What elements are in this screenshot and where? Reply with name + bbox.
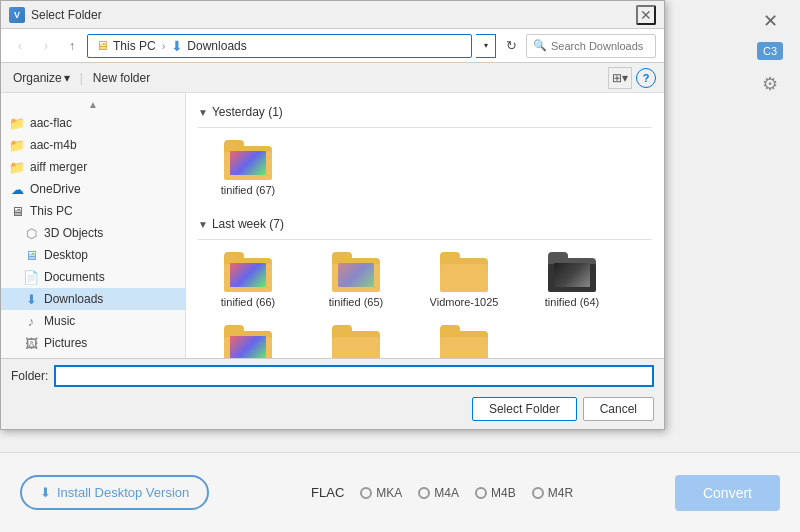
format-mka-label: MKA xyxy=(376,486,402,500)
address-path-box[interactable]: 🖥 This PC › ⬇ Downloads xyxy=(87,34,472,58)
sidebar-item-aac-m4b[interactable]: 📁 aac-m4b xyxy=(1,134,185,156)
file-item-tinified-65[interactable]: tinified (65) xyxy=(306,248,406,313)
sidebar-label-this-pc: This PC xyxy=(30,204,73,218)
folder-icon-aiff-merger: 📁 xyxy=(9,159,25,175)
refresh-button[interactable]: ↻ xyxy=(500,35,522,57)
section-yesterday-chevron: ▼ xyxy=(198,107,208,118)
folder-path-input[interactable] xyxy=(54,365,654,387)
sidebar-label-aac-m4b: aac-m4b xyxy=(30,138,77,152)
sidebar-scroll-up[interactable]: ▲ xyxy=(1,97,185,112)
organize-label: Organize xyxy=(13,71,62,85)
toolbar: Organize ▾ | New folder ⊞▾ ? xyxy=(1,63,664,93)
select-folder-button[interactable]: Select Folder xyxy=(472,397,577,421)
forward-button[interactable]: › xyxy=(35,35,57,57)
sidebar-label-downloads: Downloads xyxy=(44,292,103,306)
install-desktop-button[interactable]: ⬇ Install Desktop Version xyxy=(20,475,209,510)
sidebar-item-documents[interactable]: 📄 Documents xyxy=(1,266,185,288)
section-last-week[interactable]: ▼ Last week (7) xyxy=(198,213,652,240)
radio-m4b xyxy=(475,487,487,499)
address-bar: ‹ › ↑ 🖥 This PC › ⬇ Downloads ▾ ↻ 🔍 xyxy=(1,29,664,63)
sidebar-label-3d-objects: 3D Objects xyxy=(44,226,103,240)
sidebar-item-music[interactable]: ♪ Music xyxy=(1,310,185,332)
format-m4a[interactable]: M4A xyxy=(418,486,459,500)
back-button[interactable]: ‹ xyxy=(9,35,31,57)
file-label-vidmore-1025: Vidmore-1025 xyxy=(430,296,499,309)
sidebar-label-documents: Documents xyxy=(44,270,105,284)
search-icon: 🔍 xyxy=(533,39,547,52)
up-button[interactable]: ↑ xyxy=(61,35,83,57)
dialog-title: Select Folder xyxy=(31,8,102,22)
convert-button[interactable]: Convert xyxy=(675,475,780,511)
sidebar-label-aac-flac: aac-flac xyxy=(30,116,72,130)
download-arrow-icon: ⬇ xyxy=(23,291,39,307)
folder-input-label: Folder: xyxy=(11,369,48,383)
dialog-footer: Folder: Select Folder Cancel xyxy=(1,358,664,429)
folder-icon-tinified-66 xyxy=(224,252,272,292)
sidebar-label-onedrive: OneDrive xyxy=(30,182,81,196)
gear-icon[interactable]: ⚙ xyxy=(756,70,784,98)
section-last-week-chevron: ▼ xyxy=(198,219,208,230)
app-bottom-bar: ⬇ Install Desktop Version FLAC MKA M4A M… xyxy=(0,452,800,532)
format-options-group: FLAC MKA M4A M4B M4R xyxy=(311,485,573,500)
file-item-vidmore-1025[interactable]: Vidmore-1025 xyxy=(414,248,514,313)
file-label-tinified-66: tinified (66) xyxy=(221,296,275,309)
install-btn-label: Install Desktop Version xyxy=(57,485,189,500)
sidebar-item-onedrive[interactable]: ☁ OneDrive xyxy=(1,178,185,200)
radio-mka xyxy=(360,487,372,499)
file-area: ▼ Yesterday (1) tinified (67) ▼ Last w xyxy=(186,93,664,358)
search-input[interactable] xyxy=(551,40,649,52)
sidebar-item-this-pc[interactable]: 🖥 This PC xyxy=(1,200,185,222)
file-item-tinified-63[interactable]: tinified (63) xyxy=(198,321,298,358)
file-item-tinified-67[interactable]: tinified (67) xyxy=(198,136,298,201)
main-content: ▲ 📁 aac-flac 📁 aac-m4b 📁 aiff merger ☁ O… xyxy=(1,93,664,358)
file-item-vidmore-1020[interactable]: Vidmore-1020 xyxy=(414,321,514,358)
section-yesterday[interactable]: ▼ Yesterday (1) xyxy=(198,101,652,128)
c3-badge: C3 xyxy=(757,42,783,60)
sidebar-item-aiff-merger[interactable]: 📁 aiff merger xyxy=(1,156,185,178)
cancel-button[interactable]: Cancel xyxy=(583,397,654,421)
desktop-icon: 🖥 xyxy=(23,247,39,263)
section-yesterday-label: Yesterday (1) xyxy=(212,105,283,119)
sidebar: ▲ 📁 aac-flac 📁 aac-m4b 📁 aiff merger ☁ O… xyxy=(1,93,186,358)
sidebar-label-music: Music xyxy=(44,314,75,328)
files-grid-last-week: tinified (66) tinified (65) xyxy=(198,248,652,358)
pictures-icon: 🖼 xyxy=(23,335,39,351)
dialog-close-button[interactable]: ✕ xyxy=(636,5,656,25)
new-folder-button[interactable]: New folder xyxy=(89,69,154,87)
cloud-icon: ☁ xyxy=(9,181,25,197)
search-box[interactable]: 🔍 xyxy=(526,34,656,58)
path-folder-icon: ⬇ xyxy=(171,38,183,54)
format-m4b[interactable]: M4B xyxy=(475,486,516,500)
view-toggle-button[interactable]: ⊞▾ xyxy=(608,67,632,89)
format-m4r[interactable]: M4R xyxy=(532,486,573,500)
file-label-tinified-65: tinified (65) xyxy=(329,296,383,309)
sidebar-item-desktop[interactable]: 🖥 Desktop xyxy=(1,244,185,266)
folder-icon-tinified-63 xyxy=(224,325,272,358)
titlebar-left: V Select Folder xyxy=(9,7,102,23)
file-item-tinified-66[interactable]: tinified (66) xyxy=(198,248,298,313)
music-icon: ♪ xyxy=(23,313,39,329)
file-item-vidmore-1019[interactable]: Vidmore-1019 xyxy=(306,321,406,358)
path-separator-1: › xyxy=(162,40,166,52)
organize-chevron-icon: ▾ xyxy=(64,71,70,85)
app-close-btn[interactable]: ✕ xyxy=(763,10,778,32)
files-grid-yesterday: tinified (67) xyxy=(198,136,652,201)
sidebar-label-desktop: Desktop xyxy=(44,248,88,262)
path-dropdown-button[interactable]: ▾ xyxy=(476,34,496,58)
sidebar-item-pictures[interactable]: 🖼 Pictures xyxy=(1,332,185,354)
pc-icon: 🖥 xyxy=(9,203,25,219)
organize-button[interactable]: Organize ▾ xyxy=(9,69,74,87)
folder-input-row: Folder: xyxy=(1,359,664,393)
format-mka[interactable]: MKA xyxy=(360,486,402,500)
help-button[interactable]: ? xyxy=(636,68,656,88)
documents-icon: 📄 xyxy=(23,269,39,285)
file-item-tinified-64[interactable]: tinified (64) xyxy=(522,248,622,313)
format-m4a-label: M4A xyxy=(434,486,459,500)
folder-icon-vidmore-1019 xyxy=(332,325,380,358)
sidebar-item-aac-flac[interactable]: 📁 aac-flac xyxy=(1,112,185,134)
select-folder-dialog: V Select Folder ✕ ‹ › ↑ 🖥 This PC › ⬇ Do… xyxy=(0,0,665,430)
sidebar-item-3d-objects[interactable]: ⬡ 3D Objects xyxy=(1,222,185,244)
folder-icon-vidmore-1020 xyxy=(440,325,488,358)
new-folder-label: New folder xyxy=(93,71,150,85)
sidebar-item-downloads[interactable]: ⬇ Downloads xyxy=(1,288,185,310)
